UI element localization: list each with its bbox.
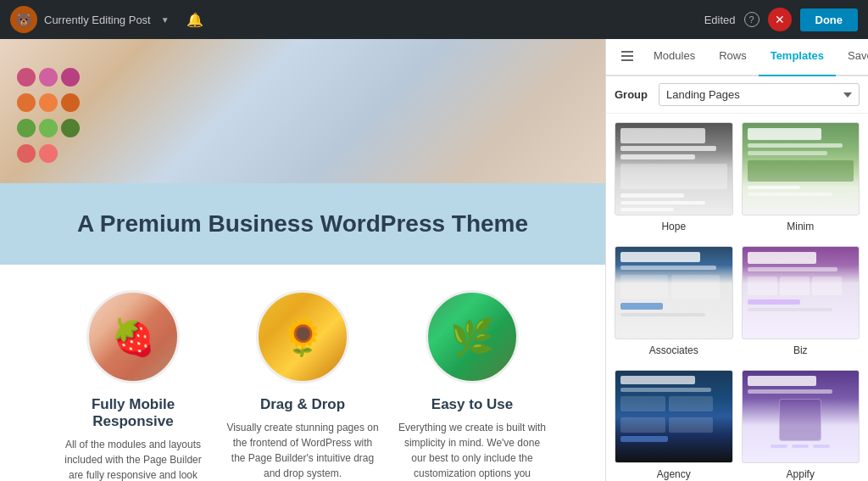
hero-heading: A Premium Business WordPress Theme: [34, 209, 571, 239]
bead: [17, 144, 36, 163]
panel-lines-icon[interactable]: [613, 39, 642, 75]
main-layout: A Premium Business WordPress Theme 🍓 Ful…: [0, 39, 868, 481]
topbar: 🐻 Currently Editing Post ▼ 🔔 Edited ? ✕ …: [0, 0, 868, 39]
tab-templates[interactable]: Templates: [759, 39, 836, 76]
tab-modules[interactable]: Modules: [642, 39, 707, 76]
abacus-rod-2: [17, 93, 80, 112]
bead: [39, 144, 58, 163]
bead: [61, 68, 80, 87]
template-name-appify: Appify: [742, 468, 860, 480]
editing-post-title: Currently Editing Post: [44, 14, 151, 26]
strawberry-icon: 🍓: [111, 316, 155, 358]
template-thumb-associates: [615, 246, 733, 339]
template-row-1: Hope Minim: [615, 122, 860, 232]
template-row-2: Associates: [615, 246, 860, 356]
template-associates[interactable]: Associates: [615, 246, 733, 356]
site-logo: 🐻: [10, 6, 37, 33]
abacus-rod-1: [17, 68, 80, 87]
page-content: A Premium Business WordPress Theme 🍓 Ful…: [0, 39, 605, 481]
feature-title-mobile: Fully Mobile Responsive: [57, 396, 209, 430]
template-thumb-agency: [615, 370, 733, 463]
feature-easy: 🌿 Easy to Use Everything we create is bu…: [396, 290, 548, 481]
feature-circle-mobile: 🍓: [86, 290, 180, 383]
template-appify[interactable]: Appify: [742, 370, 860, 480]
feature-desc-mobile: All of the modules and layouts included …: [57, 437, 209, 481]
hero-image: [0, 39, 605, 183]
feature-desc-easy: Everything we create is built with simpl…: [396, 420, 548, 481]
help-icon[interactable]: ?: [744, 12, 760, 27]
abacus-rod-4: [17, 144, 80, 163]
right-panel: Modules Rows Templates Saved Group Landi…: [605, 39, 868, 481]
feature-mobile: 🍓 Fully Mobile Responsive All of the mod…: [57, 290, 209, 481]
template-thumb-biz: [742, 246, 860, 339]
feature-title-easy: Easy to Use: [396, 396, 548, 413]
template-name-associates: Associates: [615, 344, 733, 356]
templates-grid: Hope Minim: [606, 114, 868, 481]
group-label: Group: [615, 88, 652, 101]
abacus-decoration: [17, 68, 80, 163]
topbar-left: 🐻 Currently Editing Post ▼ 🔔: [10, 6, 704, 33]
bead: [39, 68, 58, 87]
feature-desc-dragdrop: Visually create stunning pages on the fr…: [226, 420, 379, 481]
chevron-down-icon[interactable]: ▼: [161, 15, 170, 25]
template-name-hope: Hope: [615, 221, 733, 232]
template-hope[interactable]: Hope: [615, 122, 733, 232]
group-select[interactable]: Landing Pages Business Portfolio Blog: [659, 83, 860, 106]
sunflower-icon: 🌻: [281, 316, 325, 358]
template-biz[interactable]: Biz: [742, 246, 860, 356]
bead: [61, 93, 80, 112]
hero-image-overlay: [0, 39, 605, 183]
group-row: Group Landing Pages Business Portfolio B…: [606, 76, 868, 114]
bell-icon[interactable]: 🔔: [186, 12, 203, 28]
bead: [61, 119, 80, 137]
bead: [17, 119, 36, 137]
tab-saved[interactable]: Saved: [836, 39, 868, 76]
svg-rect-1: [621, 55, 633, 57]
template-agency[interactable]: Agency: [615, 370, 733, 480]
panel-tabs: Modules Rows Templates Saved: [606, 39, 868, 76]
grass-icon: 🌿: [450, 316, 494, 358]
tab-rows[interactable]: Rows: [707, 39, 759, 76]
template-name-biz: Biz: [742, 344, 860, 356]
feature-title-dragdrop: Drag & Drop: [226, 396, 379, 413]
abacus-rod-3: [17, 119, 80, 137]
bead: [17, 68, 36, 87]
svg-rect-0: [621, 51, 633, 53]
done-button[interactable]: Done: [800, 8, 859, 31]
feature-circle-easy: 🌿: [426, 290, 519, 383]
svg-rect-2: [621, 59, 633, 61]
template-minim[interactable]: Minim: [742, 122, 860, 232]
hero-text-section: A Premium Business WordPress Theme: [0, 183, 605, 265]
template-thumb-appify: [742, 370, 860, 463]
bead: [17, 93, 36, 112]
template-name-agency: Agency: [615, 468, 733, 480]
close-button[interactable]: ✕: [768, 8, 792, 31]
template-row-3: Agency: [615, 370, 860, 480]
template-thumb-hope: [615, 122, 733, 215]
edited-label: Edited: [704, 14, 736, 26]
feature-circle-dragdrop: 🌻: [256, 290, 349, 383]
feature-dragdrop: 🌻 Drag & Drop Visually create stunning p…: [226, 290, 379, 481]
template-thumb-minim: [742, 122, 860, 215]
features-section: 🍓 Fully Mobile Responsive All of the mod…: [0, 265, 605, 481]
template-name-minim: Minim: [742, 221, 860, 232]
bead: [39, 93, 58, 112]
bead: [39, 119, 58, 137]
topbar-right: Edited ? ✕ Done: [704, 8, 858, 31]
